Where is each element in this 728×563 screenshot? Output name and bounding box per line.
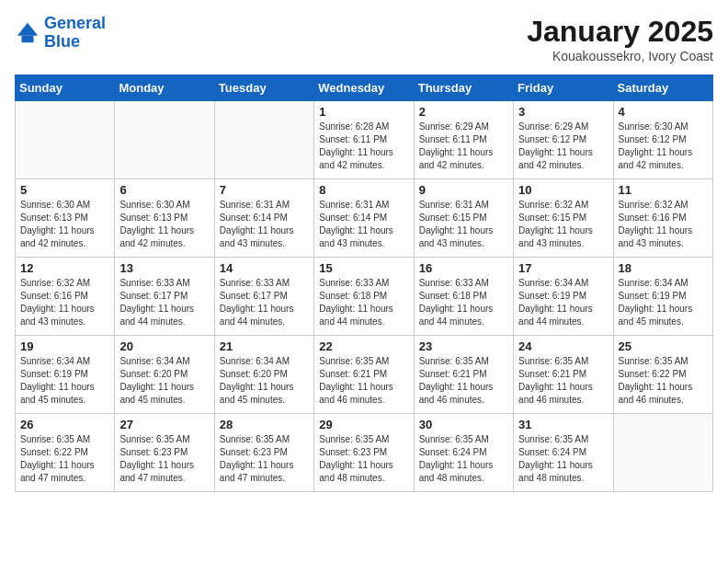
logo-text: General Blue <box>44 15 106 52</box>
day-number: 31 <box>518 418 608 431</box>
weekday-header-thursday: Thursday <box>414 75 513 101</box>
title-area: January 2025 Kouakoussekro, Ivory Coast <box>527 15 713 63</box>
calendar-cell: 7Sunrise: 6:31 AM Sunset: 6:14 PM Daylig… <box>214 179 313 258</box>
day-number: 18 <box>619 261 708 275</box>
day-number: 9 <box>419 183 508 197</box>
day-info: Sunrise: 6:32 AM Sunset: 6:16 PM Dayligh… <box>619 199 708 250</box>
day-number: 6 <box>119 183 209 197</box>
calendar-cell: 5Sunrise: 6:30 AM Sunset: 6:13 PM Daylig… <box>16 179 115 258</box>
day-number: 5 <box>20 183 109 197</box>
calendar-cell: 28Sunrise: 6:35 AM Sunset: 6:23 PM Dayli… <box>214 414 313 492</box>
day-number: 16 <box>419 261 508 275</box>
calendar-cell: 25Sunrise: 6:35 AM Sunset: 6:22 PM Dayli… <box>613 336 712 414</box>
calendar-cell: 29Sunrise: 6:35 AM Sunset: 6:23 PM Dayli… <box>314 414 414 492</box>
calendar-cell <box>214 101 313 179</box>
logo: General Blue <box>15 15 106 52</box>
calendar-cell: 30Sunrise: 6:35 AM Sunset: 6:24 PM Dayli… <box>414 414 513 492</box>
calendar-cell: 18Sunrise: 6:34 AM Sunset: 6:19 PM Dayli… <box>613 258 712 336</box>
weekday-header-monday: Monday <box>115 75 214 101</box>
day-number: 14 <box>220 261 309 275</box>
calendar-cell: 31Sunrise: 6:35 AM Sunset: 6:24 PM Dayli… <box>514 414 613 492</box>
location-subtitle: Kouakoussekro, Ivory Coast <box>527 49 713 63</box>
page-header: General Blue January 2025 Kouakoussekro,… <box>15 15 713 63</box>
calendar-cell: 16Sunrise: 6:33 AM Sunset: 6:18 PM Dayli… <box>414 258 513 336</box>
calendar-cell: 2Sunrise: 6:29 AM Sunset: 6:11 PM Daylig… <box>414 101 513 179</box>
week-row-4: 19Sunrise: 6:34 AM Sunset: 6:19 PM Dayli… <box>16 336 713 414</box>
calendar-cell <box>16 101 115 179</box>
day-info: Sunrise: 6:31 AM Sunset: 6:14 PM Dayligh… <box>319 199 408 250</box>
day-number: 30 <box>419 418 508 431</box>
calendar-cell: 14Sunrise: 6:33 AM Sunset: 6:17 PM Dayli… <box>214 258 313 336</box>
day-info: Sunrise: 6:32 AM Sunset: 6:15 PM Dayligh… <box>518 199 608 250</box>
day-number: 26 <box>20 418 109 431</box>
week-row-2: 5Sunrise: 6:30 AM Sunset: 6:13 PM Daylig… <box>16 179 713 258</box>
weekday-header-row: SundayMondayTuesdayWednesdayThursdayFrid… <box>16 75 713 101</box>
day-info: Sunrise: 6:33 AM Sunset: 6:17 PM Dayligh… <box>119 277 209 328</box>
weekday-header-tuesday: Tuesday <box>214 75 313 101</box>
month-title: January 2025 <box>527 15 713 49</box>
day-number: 28 <box>220 418 309 431</box>
day-number: 8 <box>319 183 408 197</box>
calendar-cell: 17Sunrise: 6:34 AM Sunset: 6:19 PM Dayli… <box>514 258 613 336</box>
calendar-cell <box>115 101 214 179</box>
day-info: Sunrise: 6:34 AM Sunset: 6:20 PM Dayligh… <box>119 355 209 407</box>
calendar-cell: 27Sunrise: 6:35 AM Sunset: 6:23 PM Dayli… <box>115 414 214 492</box>
day-info: Sunrise: 6:29 AM Sunset: 6:12 PM Dayligh… <box>518 121 608 172</box>
calendar-cell: 9Sunrise: 6:31 AM Sunset: 6:15 PM Daylig… <box>414 179 513 258</box>
day-info: Sunrise: 6:33 AM Sunset: 6:18 PM Dayligh… <box>419 277 508 328</box>
calendar-cell: 22Sunrise: 6:35 AM Sunset: 6:21 PM Dayli… <box>314 336 414 414</box>
day-number: 11 <box>619 183 708 197</box>
day-info: Sunrise: 6:35 AM Sunset: 6:21 PM Dayligh… <box>419 355 508 407</box>
day-info: Sunrise: 6:35 AM Sunset: 6:23 PM Dayligh… <box>319 433 408 485</box>
day-info: Sunrise: 6:32 AM Sunset: 6:16 PM Dayligh… <box>20 277 109 328</box>
day-info: Sunrise: 6:33 AM Sunset: 6:17 PM Dayligh… <box>220 277 309 328</box>
day-number: 22 <box>319 339 408 353</box>
calendar-cell: 24Sunrise: 6:35 AM Sunset: 6:21 PM Dayli… <box>514 336 613 414</box>
day-number: 19 <box>20 339 109 353</box>
day-number: 15 <box>319 261 408 275</box>
day-number: 12 <box>20 261 109 275</box>
day-info: Sunrise: 6:35 AM Sunset: 6:23 PM Dayligh… <box>220 433 309 485</box>
calendar-cell: 15Sunrise: 6:33 AM Sunset: 6:18 PM Dayli… <box>314 258 414 336</box>
calendar-table: SundayMondayTuesdayWednesdayThursdayFrid… <box>15 75 713 492</box>
calendar-cell: 3Sunrise: 6:29 AM Sunset: 6:12 PM Daylig… <box>514 101 613 179</box>
day-number: 13 <box>119 261 209 275</box>
weekday-header-wednesday: Wednesday <box>314 75 414 101</box>
svg-marker-0 <box>17 23 38 36</box>
day-info: Sunrise: 6:35 AM Sunset: 6:22 PM Dayligh… <box>20 433 109 485</box>
day-number: 17 <box>518 261 608 275</box>
day-number: 21 <box>220 339 309 353</box>
weekday-header-friday: Friday <box>514 75 613 101</box>
weekday-header-sunday: Sunday <box>16 75 115 101</box>
day-info: Sunrise: 6:35 AM Sunset: 6:23 PM Dayligh… <box>119 433 209 485</box>
calendar-cell: 1Sunrise: 6:28 AM Sunset: 6:11 PM Daylig… <box>314 101 414 179</box>
calendar-cell: 19Sunrise: 6:34 AM Sunset: 6:19 PM Dayli… <box>16 336 115 414</box>
day-info: Sunrise: 6:28 AM Sunset: 6:11 PM Dayligh… <box>319 121 408 172</box>
day-number: 27 <box>119 418 209 431</box>
week-row-3: 12Sunrise: 6:32 AM Sunset: 6:16 PM Dayli… <box>16 258 713 336</box>
calendar-cell: 13Sunrise: 6:33 AM Sunset: 6:17 PM Dayli… <box>115 258 214 336</box>
day-info: Sunrise: 6:33 AM Sunset: 6:18 PM Dayligh… <box>319 277 408 328</box>
week-row-1: 1Sunrise: 6:28 AM Sunset: 6:11 PM Daylig… <box>16 101 713 179</box>
day-number: 4 <box>619 105 708 119</box>
svg-rect-1 <box>21 36 33 42</box>
calendar-cell: 4Sunrise: 6:30 AM Sunset: 6:12 PM Daylig… <box>613 101 712 179</box>
day-number: 1 <box>319 105 408 119</box>
logo-icon <box>15 20 40 46</box>
day-number: 25 <box>619 339 708 353</box>
day-info: Sunrise: 6:34 AM Sunset: 6:20 PM Dayligh… <box>220 355 309 407</box>
day-number: 3 <box>518 105 608 119</box>
calendar-cell: 20Sunrise: 6:34 AM Sunset: 6:20 PM Dayli… <box>115 336 214 414</box>
day-info: Sunrise: 6:35 AM Sunset: 6:24 PM Dayligh… <box>518 433 608 485</box>
day-info: Sunrise: 6:35 AM Sunset: 6:21 PM Dayligh… <box>319 355 408 407</box>
calendar-cell: 21Sunrise: 6:34 AM Sunset: 6:20 PM Dayli… <box>214 336 313 414</box>
day-info: Sunrise: 6:34 AM Sunset: 6:19 PM Dayligh… <box>619 277 708 328</box>
day-info: Sunrise: 6:35 AM Sunset: 6:21 PM Dayligh… <box>518 355 608 407</box>
day-number: 29 <box>319 418 408 431</box>
day-number: 10 <box>518 183 608 197</box>
weekday-header-saturday: Saturday <box>613 75 712 101</box>
day-number: 24 <box>518 339 608 353</box>
calendar-cell: 10Sunrise: 6:32 AM Sunset: 6:15 PM Dayli… <box>514 179 613 258</box>
day-info: Sunrise: 6:34 AM Sunset: 6:19 PM Dayligh… <box>20 355 109 407</box>
day-info: Sunrise: 6:29 AM Sunset: 6:11 PM Dayligh… <box>419 121 508 172</box>
